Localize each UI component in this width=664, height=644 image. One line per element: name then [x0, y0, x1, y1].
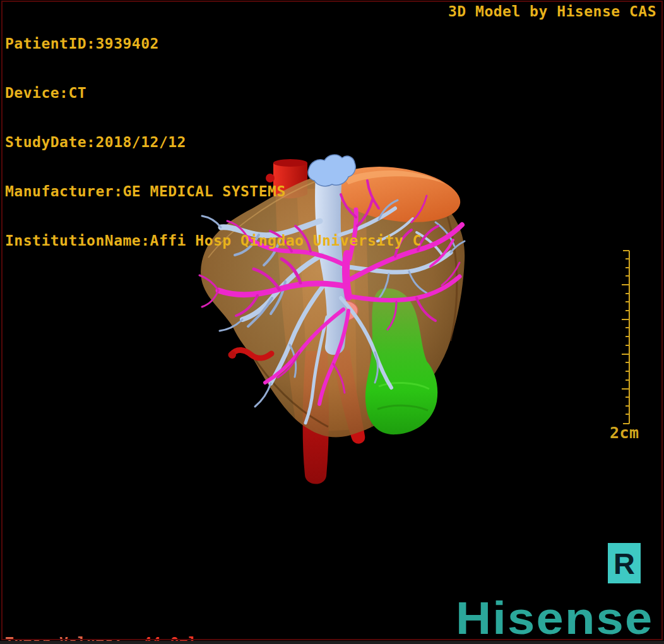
- bottom-edge-strip: [0, 641, 664, 644]
- orientation-marker-right: R: [608, 543, 641, 583]
- watermark-text: 3D Model by Hisense CAS: [448, 3, 656, 20]
- orientation-letter: R: [614, 546, 635, 581]
- viewer-window: PatientID:3939402 Device:CT StudyDate:20…: [0, 0, 664, 644]
- scale-ruler: [620, 249, 632, 438]
- institution-line: InstitutionName:Affi Hosp Qingdao Univer…: [5, 232, 422, 249]
- scale-label: 2cm: [610, 424, 639, 442]
- patient-info-block: PatientID:3939402 Device:CT StudyDate:20…: [5, 3, 422, 282]
- volume-measurements: Tumor Volume:44.0ml Liver Volume:1338.4m…: [5, 600, 198, 644]
- hisense-logo: Hisense: [456, 592, 653, 644]
- device-line: Device:CT: [5, 85, 422, 101]
- study-date-line: StudyDate:2018/12/12: [5, 134, 422, 150]
- patient-id-line: PatientID:3939402: [5, 35, 422, 52]
- manufacturer-line: Manufacturer:GE MEDICAL SYSTEMS: [5, 183, 422, 200]
